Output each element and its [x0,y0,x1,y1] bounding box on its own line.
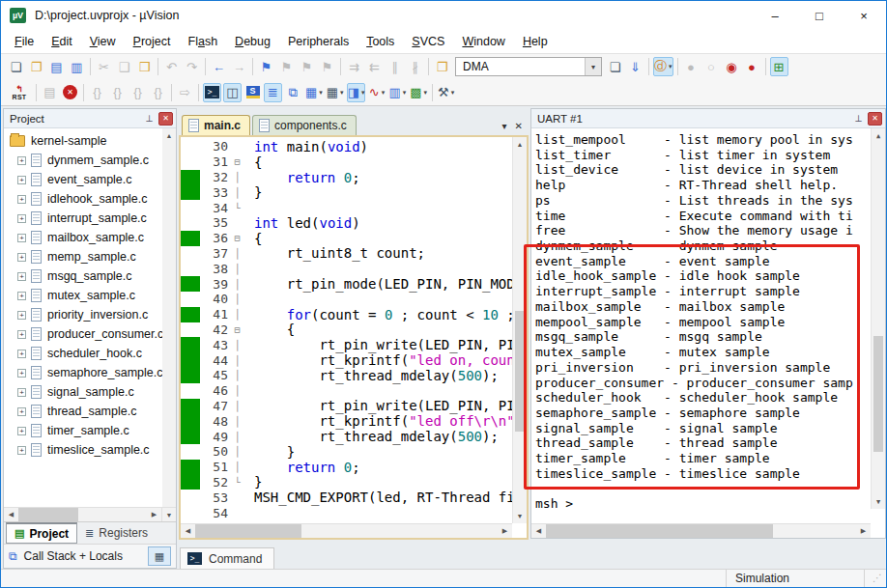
tree-item-event_sample-c[interactable]: +event_sample.c [4,170,176,189]
save-button[interactable]: ▤ [47,57,66,76]
menu-project[interactable]: Project [125,32,180,51]
menu-flash[interactable]: Flash [180,32,227,51]
expand-icon[interactable]: + [17,156,26,165]
step-out-button[interactable]: {} [129,83,147,102]
pin-icon[interactable]: ⟂ [851,113,866,125]
expand-icon[interactable]: + [17,176,26,184]
memory-windows-button[interactable]: ▦ [148,546,171,566]
menu-debug[interactable]: Debug [226,32,279,51]
tab-project[interactable]: ▤ Project [6,522,77,544]
scroll-down-icon[interactable]: ▼ [872,494,885,509]
minimize-button[interactable]: – [753,1,797,30]
chevron-down-icon[interactable]: ▾ [585,58,601,75]
tree-item-idlehook_sample-c[interactable]: +idlehook_sample.c [4,189,176,209]
project-close-icon[interactable]: ✕ [158,112,173,126]
scroll-right-icon[interactable]: ▶ [856,524,871,538]
scroll-down-icon[interactable]: ▼ [161,508,176,521]
watch-window-button[interactable]: ▦▾ [304,83,324,102]
serial-window-button[interactable]: ◨▾ [347,83,366,102]
menu-tools[interactable]: Tools [358,32,403,51]
expand-icon[interactable]: + [17,388,26,397]
breakpoint-kill-all-button[interactable]: ● [743,57,761,76]
scroll-down-icon[interactable]: ▼ [513,509,527,523]
scroll-right-icon[interactable]: ▶ [498,524,512,538]
bookmark-toggle-button[interactable]: ⚑ [257,57,275,76]
paste-button[interactable]: ❒ [135,57,154,76]
bookmark-next-button[interactable]: ⚑ [277,57,296,76]
scroll-thumb[interactable] [873,336,883,452]
show-next-statement-button[interactable]: ▤ [41,83,59,102]
menu-peripherals[interactable]: Peripherals [279,32,358,51]
expand-icon[interactable]: + [17,272,26,281]
resize-grip[interactable]: ⋰ [873,573,882,583]
editor-hscrollbar[interactable]: ◀ ▶ [181,523,512,538]
tree-item-semaphore_sample-c[interactable]: +semaphore_sample.c [4,363,176,382]
scroll-left-icon[interactable]: ◀ [4,508,18,521]
call-stack-window-button[interactable]: ⧉ [284,83,302,102]
tab-registers[interactable]: ≣ Registers [77,522,156,544]
scroll-thumb[interactable] [546,524,773,538]
tree-item-producer_consumer-c[interactable]: +producer_consumer.c [4,324,176,344]
indent-left-button[interactable]: ⇇ [365,57,384,76]
tree-item-priority_inversion-c[interactable]: +priority_inversion.c [4,305,176,324]
expand-icon[interactable]: + [17,350,26,358]
tree-item-timeslice_sample-c[interactable]: +timeslice_sample.c [4,440,176,460]
run-to-cursor-button[interactable]: {} [149,83,167,102]
disassembly-window-button[interactable]: ◫ [223,83,242,102]
save-all-button[interactable]: ▥ [68,57,86,76]
maximize-button[interactable]: □ [797,1,842,30]
scroll-thumb[interactable] [18,508,78,521]
lookup-document-button[interactable]: ❏ [606,57,624,76]
breakpoint-enable-button[interactable]: ○ [702,57,721,76]
registers-window-button[interactable]: ≣ [264,83,282,102]
tree-root-kernel-sample[interactable]: kernel-sample [4,131,176,151]
project-tree-hscrollbar[interactable]: ◀ ▶ ▼ [4,507,176,521]
project-tree-vscrollbar[interactable]: ▲ [162,128,176,507]
uncomment-button[interactable]: ∦ [406,57,424,76]
menu-svcs[interactable]: SVCS [403,32,453,51]
tab-command[interactable]: >_ Command [180,547,274,570]
editor-vscrollbar[interactable]: ▲ ▼ [512,137,527,523]
tab-components-c[interactable]: components.c [252,115,357,135]
scroll-up-icon[interactable]: ▲ [162,128,176,142]
memory-window-button[interactable]: ▦▾ [326,83,345,102]
scroll-thumb[interactable] [195,524,301,538]
copy-button[interactable]: ❑ [115,57,133,76]
close-button[interactable]: × [842,1,886,30]
tree-item-timer_sample-c[interactable]: +timer_sample.c [4,421,176,440]
indent-right-button[interactable]: ⇉ [345,57,363,76]
scroll-up-icon[interactable]: ▲ [513,137,527,152]
navigate-forward-button[interactable]: → [230,57,248,76]
find-in-files-button[interactable]: ❐ [433,57,451,76]
expand-icon[interactable]: + [17,427,26,435]
expand-icon[interactable]: + [17,195,26,204]
breakpoint-disable-button[interactable]: ◉ [723,57,741,76]
expand-icon[interactable]: + [17,446,26,455]
menu-file[interactable]: File [6,32,43,51]
expand-icon[interactable]: + [17,407,26,416]
tree-item-msgq_sample-c[interactable]: +msgq_sample.c [4,266,176,286]
expand-icon[interactable]: + [17,311,26,320]
reset-button[interactable]: ↰RST [7,83,32,102]
configure-tools-button[interactable]: ⚒▾ [437,83,455,102]
comment-button[interactable]: ∥ [386,57,404,76]
bookmark-prev-button[interactable]: ⚑ [298,57,316,76]
editor-close-icon[interactable]: ✕ [515,121,523,131]
new-file-button[interactable]: ❏ [7,57,25,76]
uart-hscrollbar[interactable]: ◀ ▶ [531,523,871,538]
uart-close-icon[interactable]: ✕ [868,112,882,126]
dma-combo[interactable]: DMA▾ [455,57,602,76]
load-application-button[interactable]: ⇓ [626,57,644,76]
undo-button[interactable]: ↶ [162,57,181,76]
tree-item-memp_sample-c[interactable]: +memp_sample.c [4,247,176,266]
pin-icon[interactable]: ⟂ [142,113,157,125]
menu-edit[interactable]: Edit [43,32,81,51]
scroll-left-icon[interactable]: ◀ [531,524,546,538]
navigate-back-button[interactable]: ← [210,57,228,76]
toolbox-button[interactable]: ▩▾ [409,83,428,102]
scroll-right-icon[interactable]: ▶ [147,508,161,521]
tree-item-dynmem_sample-c[interactable]: +dynmem_sample.c [4,151,176,170]
scroll-left-icon[interactable]: ◀ [181,524,195,538]
cut-button[interactable]: ✂ [95,57,113,76]
expand-icon[interactable]: + [17,369,26,378]
